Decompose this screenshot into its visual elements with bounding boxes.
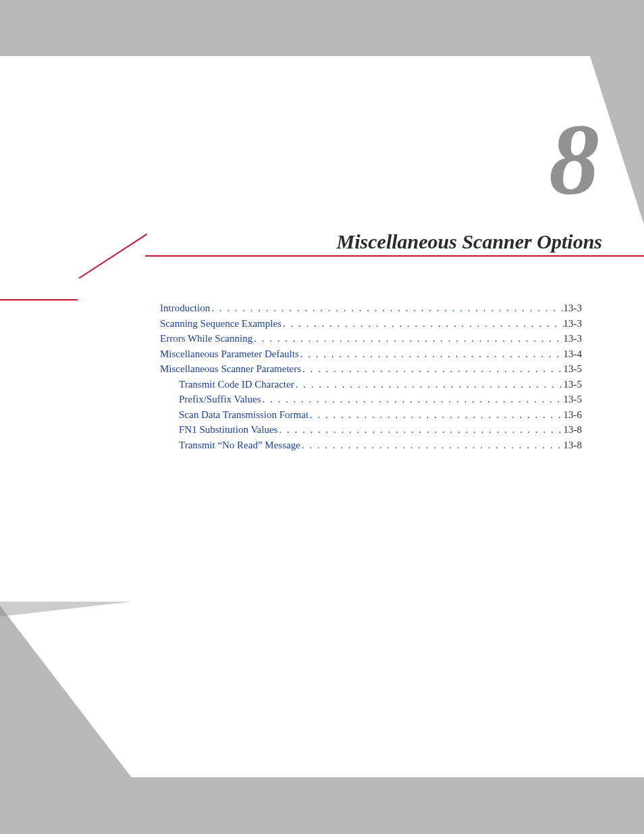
toc-label: Prefix/Suffix Values <box>179 394 261 405</box>
toc-page-number: 13-5 <box>564 379 583 390</box>
toc-label: Scanning Sequence Examples <box>160 318 281 330</box>
toc-label: Scan Data Transmission Format <box>179 409 308 421</box>
document-page: 8 Miscellaneous Scanner Options Introduc… <box>0 56 644 777</box>
toc-leader-dots <box>308 409 563 421</box>
toc-leader-dots <box>277 424 563 436</box>
toc-label: FN1 Substitution Values <box>179 424 277 436</box>
toc-entry[interactable]: Miscellaneous Parameter Defaults 13-4 <box>160 348 582 360</box>
decorative-wedge-bottom <box>0 602 132 777</box>
toc-label: Introduction <box>160 303 210 314</box>
toc-label: Errors While Scanning <box>160 333 252 344</box>
toc-leader-dots <box>301 363 563 375</box>
decorative-wedge-top <box>590 56 644 225</box>
toc-entry[interactable]: Prefix/Suffix Values 13-5 <box>160 394 582 405</box>
toc-entry[interactable]: Transmit Code ID Character 13-5 <box>160 379 582 390</box>
toc-page-number: 13-4 <box>564 348 583 360</box>
chapter-number: 8 <box>549 109 597 210</box>
toc-page-number: 13-3 <box>564 318 583 330</box>
decorative-rule-diagonal <box>78 234 147 279</box>
toc-label: Transmit “No Read” Message <box>179 440 300 451</box>
toc-leader-dots <box>252 333 563 344</box>
toc-page-number: 13-3 <box>564 333 583 344</box>
decorative-rule-right <box>145 255 644 257</box>
toc-leader-dots <box>281 318 564 330</box>
toc-entry[interactable]: FN1 Substitution Values 13-8 <box>160 424 582 436</box>
decorative-wedge-shadow <box>0 602 132 617</box>
toc-page-number: 13-3 <box>564 303 583 314</box>
chapter-title: Miscellaneous Scanner Options <box>337 230 602 253</box>
decorative-rule-left <box>0 299 78 301</box>
toc-leader-dots <box>210 303 563 314</box>
toc-leader-dots <box>261 394 564 405</box>
toc-entry[interactable]: Errors While Scanning 13-3 <box>160 333 582 344</box>
toc-entry[interactable]: Scan Data Transmission Format 13-6 <box>160 409 582 421</box>
toc-leader-dots <box>294 379 564 390</box>
toc-leader-dots <box>300 440 564 451</box>
toc-page-number: 13-8 <box>564 424 583 436</box>
toc-page-number: 13-6 <box>564 409 583 421</box>
toc-entry[interactable]: Transmit “No Read” Message 13-8 <box>160 440 582 451</box>
toc-page-number: 13-5 <box>564 363 583 375</box>
toc-leader-dots <box>299 348 564 360</box>
toc-entry[interactable]: Introduction 13-3 <box>160 303 582 314</box>
toc-label: Miscellaneous Scanner Parameters <box>160 363 301 375</box>
toc-entry[interactable]: Scanning Sequence Examples 13-3 <box>160 318 582 330</box>
toc-entry[interactable]: Miscellaneous Scanner Parameters 13-5 <box>160 363 582 375</box>
toc-label: Miscellaneous Parameter Defaults <box>160 348 299 360</box>
toc-label: Transmit Code ID Character <box>179 379 294 390</box>
toc-page-number: 13-5 <box>564 394 583 405</box>
table-of-contents: Introduction 13-3 Scanning Sequence Exam… <box>160 303 582 454</box>
toc-page-number: 13-8 <box>564 440 583 451</box>
